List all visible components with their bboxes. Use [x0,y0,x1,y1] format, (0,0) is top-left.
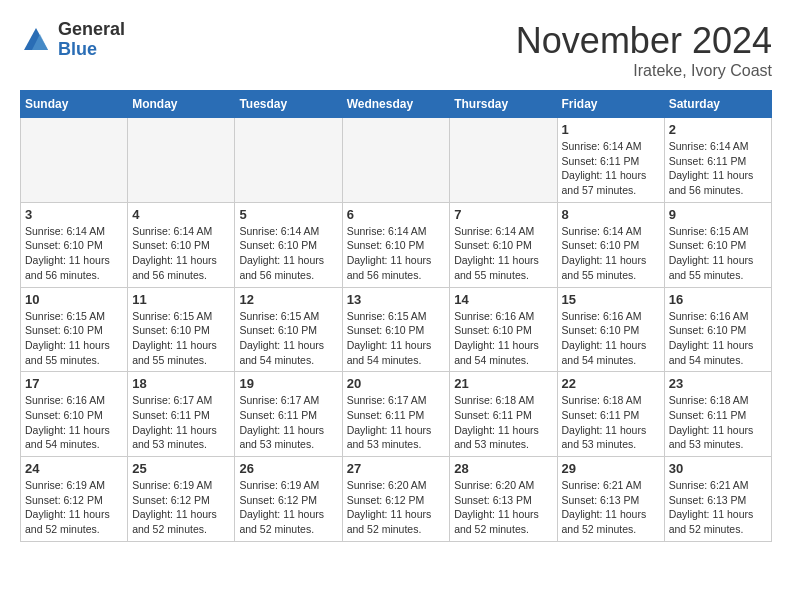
day-number: 10 [25,292,123,307]
day-info: Sunrise: 6:19 AM Sunset: 6:12 PM Dayligh… [239,478,337,537]
day-info: Sunrise: 6:14 AM Sunset: 6:10 PM Dayligh… [454,224,552,283]
calendar-cell: 12Sunrise: 6:15 AM Sunset: 6:10 PM Dayli… [235,287,342,372]
calendar-cell: 27Sunrise: 6:20 AM Sunset: 6:12 PM Dayli… [342,457,450,542]
calendar-week-row: 17Sunrise: 6:16 AM Sunset: 6:10 PM Dayli… [21,372,772,457]
day-info: Sunrise: 6:21 AM Sunset: 6:13 PM Dayligh… [562,478,660,537]
calendar-cell: 1Sunrise: 6:14 AM Sunset: 6:11 PM Daylig… [557,118,664,203]
day-number: 30 [669,461,767,476]
day-info: Sunrise: 6:14 AM Sunset: 6:11 PM Dayligh… [669,139,767,198]
month-title: November 2024 [516,20,772,62]
weekday-header: Monday [128,91,235,118]
calendar-cell: 13Sunrise: 6:15 AM Sunset: 6:10 PM Dayli… [342,287,450,372]
calendar-cell: 29Sunrise: 6:21 AM Sunset: 6:13 PM Dayli… [557,457,664,542]
day-info: Sunrise: 6:16 AM Sunset: 6:10 PM Dayligh… [454,309,552,368]
day-number: 7 [454,207,552,222]
weekday-header: Thursday [450,91,557,118]
day-number: 5 [239,207,337,222]
calendar-cell: 25Sunrise: 6:19 AM Sunset: 6:12 PM Dayli… [128,457,235,542]
calendar-cell: 19Sunrise: 6:17 AM Sunset: 6:11 PM Dayli… [235,372,342,457]
calendar-cell: 14Sunrise: 6:16 AM Sunset: 6:10 PM Dayli… [450,287,557,372]
weekday-header: Friday [557,91,664,118]
calendar-cell: 21Sunrise: 6:18 AM Sunset: 6:11 PM Dayli… [450,372,557,457]
day-number: 22 [562,376,660,391]
day-info: Sunrise: 6:17 AM Sunset: 6:11 PM Dayligh… [132,393,230,452]
calendar-cell: 3Sunrise: 6:14 AM Sunset: 6:10 PM Daylig… [21,202,128,287]
calendar-header-row: SundayMondayTuesdayWednesdayThursdayFrid… [21,91,772,118]
day-info: Sunrise: 6:19 AM Sunset: 6:12 PM Dayligh… [25,478,123,537]
day-number: 18 [132,376,230,391]
day-number: 12 [239,292,337,307]
logo-blue: Blue [58,39,97,59]
day-number: 16 [669,292,767,307]
day-number: 25 [132,461,230,476]
calendar-table: SundayMondayTuesdayWednesdayThursdayFrid… [20,90,772,542]
calendar-cell: 9Sunrise: 6:15 AM Sunset: 6:10 PM Daylig… [664,202,771,287]
calendar-cell: 4Sunrise: 6:14 AM Sunset: 6:10 PM Daylig… [128,202,235,287]
calendar-cell: 2Sunrise: 6:14 AM Sunset: 6:11 PM Daylig… [664,118,771,203]
day-number: 20 [347,376,446,391]
day-number: 28 [454,461,552,476]
weekday-header: Saturday [664,91,771,118]
day-info: Sunrise: 6:15 AM Sunset: 6:10 PM Dayligh… [239,309,337,368]
day-number: 8 [562,207,660,222]
day-number: 15 [562,292,660,307]
day-info: Sunrise: 6:16 AM Sunset: 6:10 PM Dayligh… [25,393,123,452]
calendar-week-row: 1Sunrise: 6:14 AM Sunset: 6:11 PM Daylig… [21,118,772,203]
calendar-cell: 17Sunrise: 6:16 AM Sunset: 6:10 PM Dayli… [21,372,128,457]
day-info: Sunrise: 6:14 AM Sunset: 6:10 PM Dayligh… [239,224,337,283]
calendar-cell: 15Sunrise: 6:16 AM Sunset: 6:10 PM Dayli… [557,287,664,372]
calendar-cell [450,118,557,203]
calendar-cell: 20Sunrise: 6:17 AM Sunset: 6:11 PM Dayli… [342,372,450,457]
weekday-header: Sunday [21,91,128,118]
day-info: Sunrise: 6:14 AM Sunset: 6:11 PM Dayligh… [562,139,660,198]
calendar-cell: 26Sunrise: 6:19 AM Sunset: 6:12 PM Dayli… [235,457,342,542]
calendar-cell: 11Sunrise: 6:15 AM Sunset: 6:10 PM Dayli… [128,287,235,372]
day-info: Sunrise: 6:18 AM Sunset: 6:11 PM Dayligh… [454,393,552,452]
calendar-cell: 10Sunrise: 6:15 AM Sunset: 6:10 PM Dayli… [21,287,128,372]
logo-general: General [58,19,125,39]
calendar-cell: 6Sunrise: 6:14 AM Sunset: 6:10 PM Daylig… [342,202,450,287]
day-number: 29 [562,461,660,476]
logo-text: General Blue [58,20,125,60]
calendar-cell: 24Sunrise: 6:19 AM Sunset: 6:12 PM Dayli… [21,457,128,542]
calendar-week-row: 3Sunrise: 6:14 AM Sunset: 6:10 PM Daylig… [21,202,772,287]
day-info: Sunrise: 6:14 AM Sunset: 6:10 PM Dayligh… [132,224,230,283]
calendar-cell [21,118,128,203]
day-number: 27 [347,461,446,476]
calendar-cell: 18Sunrise: 6:17 AM Sunset: 6:11 PM Dayli… [128,372,235,457]
weekday-header: Tuesday [235,91,342,118]
day-number: 19 [239,376,337,391]
location-title: Irateke, Ivory Coast [516,62,772,80]
title-section: November 2024 Irateke, Ivory Coast [516,20,772,80]
calendar-cell [342,118,450,203]
day-info: Sunrise: 6:18 AM Sunset: 6:11 PM Dayligh… [562,393,660,452]
day-info: Sunrise: 6:14 AM Sunset: 6:10 PM Dayligh… [347,224,446,283]
calendar-cell: 7Sunrise: 6:14 AM Sunset: 6:10 PM Daylig… [450,202,557,287]
calendar-cell [235,118,342,203]
day-info: Sunrise: 6:17 AM Sunset: 6:11 PM Dayligh… [347,393,446,452]
day-info: Sunrise: 6:15 AM Sunset: 6:10 PM Dayligh… [25,309,123,368]
calendar-cell: 8Sunrise: 6:14 AM Sunset: 6:10 PM Daylig… [557,202,664,287]
day-info: Sunrise: 6:16 AM Sunset: 6:10 PM Dayligh… [669,309,767,368]
day-number: 11 [132,292,230,307]
day-info: Sunrise: 6:20 AM Sunset: 6:12 PM Dayligh… [347,478,446,537]
calendar-cell: 16Sunrise: 6:16 AM Sunset: 6:10 PM Dayli… [664,287,771,372]
day-number: 1 [562,122,660,137]
day-number: 2 [669,122,767,137]
day-number: 23 [669,376,767,391]
day-number: 6 [347,207,446,222]
day-info: Sunrise: 6:20 AM Sunset: 6:13 PM Dayligh… [454,478,552,537]
day-number: 4 [132,207,230,222]
calendar-cell [128,118,235,203]
calendar-cell: 30Sunrise: 6:21 AM Sunset: 6:13 PM Dayli… [664,457,771,542]
calendar-cell: 28Sunrise: 6:20 AM Sunset: 6:13 PM Dayli… [450,457,557,542]
day-info: Sunrise: 6:19 AM Sunset: 6:12 PM Dayligh… [132,478,230,537]
day-info: Sunrise: 6:15 AM Sunset: 6:10 PM Dayligh… [669,224,767,283]
day-info: Sunrise: 6:21 AM Sunset: 6:13 PM Dayligh… [669,478,767,537]
day-number: 24 [25,461,123,476]
day-info: Sunrise: 6:16 AM Sunset: 6:10 PM Dayligh… [562,309,660,368]
day-number: 9 [669,207,767,222]
day-info: Sunrise: 6:14 AM Sunset: 6:10 PM Dayligh… [25,224,123,283]
calendar-cell: 5Sunrise: 6:14 AM Sunset: 6:10 PM Daylig… [235,202,342,287]
logo: General Blue [20,20,125,60]
